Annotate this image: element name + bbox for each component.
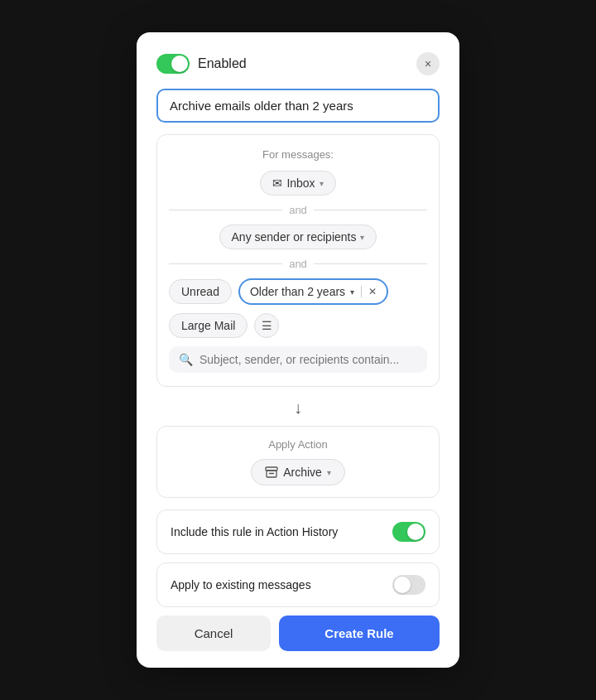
toggle-knob (171, 56, 188, 72)
close-button[interactable]: × (416, 52, 440, 75)
arrow-down-icon: ↓ (156, 398, 440, 418)
modal-header: Enabled × (156, 52, 440, 75)
include-history-toggle[interactable] (392, 522, 425, 542)
archive-icon (265, 466, 278, 479)
older-than-chip[interactable]: Older than 2 years ▾ ✕ (238, 278, 388, 305)
search-input[interactable] (199, 353, 417, 366)
for-messages-label: For messages: (169, 148, 427, 161)
older-than-label: Older than 2 years (250, 285, 345, 298)
search-icon: 🔍 (179, 353, 193, 366)
inbox-envelope-icon: ✉ (272, 176, 282, 190)
enabled-toggle-row: Enabled (156, 54, 247, 74)
inbox-button[interactable]: ✉ Inbox ▾ (260, 171, 335, 196)
sender-button[interactable]: Any sender or recipients ▾ (219, 224, 377, 249)
archive-row: Archive ▾ (169, 459, 427, 485)
modal-dialog: Enabled × For messages: ✉ Inbox ▾ and (137, 32, 459, 668)
search-row: 🔍 (169, 346, 427, 373)
rule-name-input[interactable] (156, 89, 440, 123)
include-history-knob (407, 524, 424, 540)
and-label-2: and (289, 258, 307, 270)
create-rule-button[interactable]: Create Rule (279, 616, 440, 651)
large-mail-label: Large Mail (181, 319, 235, 332)
inbox-label: Inbox (286, 176, 315, 190)
sender-chevron-icon: ▾ (360, 233, 364, 242)
inbox-row: ✉ Inbox ▾ (169, 171, 427, 196)
divider-line-left-1 (169, 210, 282, 210)
and-label-1: and (289, 204, 307, 216)
footer-buttons: Cancel Create Rule (156, 616, 440, 651)
filter-options-button[interactable]: ☰ (254, 313, 279, 338)
apply-existing-knob (394, 577, 411, 593)
large-mail-button[interactable]: Large Mail (169, 313, 248, 338)
include-history-label: Include this rule in Action History (171, 525, 338, 538)
apply-existing-row: Apply to existing messages (156, 562, 440, 607)
divider-row-1: and (169, 204, 427, 216)
apply-existing-toggle[interactable] (392, 575, 425, 595)
older-close-icon[interactable]: ✕ (368, 286, 377, 297)
divider-line-left-2 (169, 263, 282, 264)
unread-chip[interactable]: Unread (169, 279, 232, 304)
cancel-button[interactable]: Cancel (156, 616, 271, 651)
inbox-chevron-icon: ▾ (320, 179, 324, 188)
for-messages-section: For messages: ✉ Inbox ▾ and Any sender o… (156, 134, 440, 387)
apply-action-section: Apply Action Archive ▾ (156, 426, 440, 498)
archive-button[interactable]: Archive ▾ (251, 459, 345, 485)
divider-line-right-2 (314, 263, 427, 264)
sender-row: Any sender or recipients ▾ (169, 224, 427, 249)
sender-label: Any sender or recipients (232, 230, 357, 244)
large-mail-row: Large Mail ☰ (169, 313, 427, 338)
filter-list-icon: ☰ (262, 319, 272, 332)
enabled-label: Enabled (198, 56, 247, 71)
older-chevron-icon: ▾ (350, 287, 354, 297)
enabled-toggle[interactable] (156, 54, 190, 74)
archive-chevron-icon: ▾ (327, 468, 331, 477)
divider-row-2: and (169, 258, 427, 270)
chip-divider (361, 286, 362, 297)
archive-label: Archive (283, 466, 322, 479)
filter-chips-row: Unread Older than 2 years ▾ ✕ (169, 278, 427, 305)
overlay: Enabled × For messages: ✉ Inbox ▾ and (0, 0, 596, 700)
apply-action-label: Apply Action (169, 438, 427, 451)
include-history-row: Include this rule in Action History (156, 509, 440, 554)
apply-existing-label: Apply to existing messages (171, 578, 311, 591)
divider-line-right-1 (314, 210, 427, 210)
